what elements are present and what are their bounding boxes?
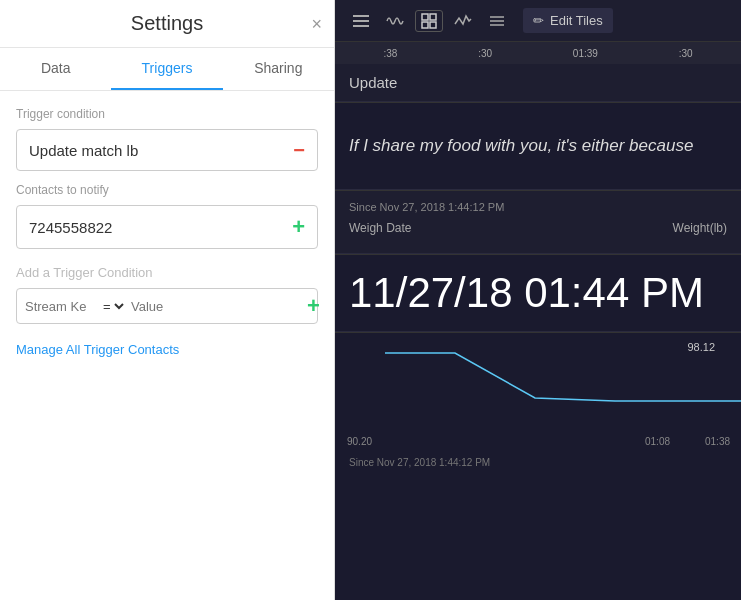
edit-tiles-label: Edit Tiles — [550, 13, 603, 28]
quote-text: If I share my food with you, it's either… — [349, 136, 693, 155]
contact-number: 7245558822 — [29, 219, 112, 236]
grid-icon[interactable] — [415, 10, 443, 32]
update-tile: Update — [335, 64, 741, 102]
chart-svg: 98.12 90.20 01:08 01:38 — [335, 333, 741, 453]
svg-rect-2 — [422, 22, 428, 28]
dashboard-panel: ✏ Edit Tiles :38 :30 01:39 :30 Update If… — [335, 0, 741, 600]
update-text: Update — [349, 74, 397, 91]
pencil-icon: ✏ — [533, 13, 544, 28]
toolbar-icons — [347, 10, 511, 32]
timeline-bar: :38 :30 01:39 :30 — [335, 42, 741, 64]
timeline-label-3: 01:39 — [573, 48, 598, 59]
col-date: Weigh Date — [349, 221, 411, 235]
add-trigger-section: Add a Trigger Condition = ≠ > < + — [16, 265, 318, 324]
svg-text:01:38: 01:38 — [705, 436, 730, 447]
chart-tile: 98.12 90.20 01:08 01:38 — [335, 333, 741, 453]
weight-value: 11/27/18 01:44 PM — [349, 269, 704, 317]
wave-icon[interactable] — [381, 10, 409, 32]
value-input[interactable] — [131, 299, 299, 314]
settings-panel: Settings × Data Triggers Sharing Trigger… — [0, 0, 335, 600]
stream-key-input[interactable] — [25, 299, 95, 314]
data-table-tile: Since Nov 27, 2018 1:44:12 PM Weigh Date… — [335, 191, 741, 254]
trigger-condition-text: Update match lb — [29, 142, 138, 159]
svg-text:98.12: 98.12 — [687, 341, 715, 353]
add-contact-button[interactable]: + — [292, 216, 305, 238]
contact-box: 7245558822 + — [16, 205, 318, 249]
add-trigger-button[interactable]: + — [307, 295, 320, 317]
trigger-condition-box: Update match lb − — [16, 129, 318, 171]
timeline-label-4: :30 — [679, 48, 693, 59]
contacts-section: Contacts to notify 7245558822 + — [16, 183, 318, 249]
tiles-area: Update If I share my food with you, it's… — [335, 64, 741, 600]
dashboard-toolbar: ✏ Edit Tiles — [335, 0, 741, 42]
tab-data[interactable]: Data — [0, 48, 111, 90]
operator-select[interactable]: = ≠ > < — [99, 298, 127, 315]
svg-text:90.20: 90.20 — [347, 436, 372, 447]
svg-rect-1 — [430, 14, 436, 20]
tab-triggers[interactable]: Triggers — [111, 48, 222, 90]
timeline-label-2: :30 — [478, 48, 492, 59]
condition-label: Trigger condition — [16, 107, 318, 121]
settings-title: Settings — [131, 12, 203, 35]
tab-sharing[interactable]: Sharing — [223, 48, 334, 90]
svg-rect-7 — [335, 333, 741, 453]
remove-condition-button[interactable]: − — [293, 140, 305, 160]
svg-rect-3 — [430, 22, 436, 28]
timeline-labels: :38 :30 01:39 :30 — [343, 48, 733, 59]
chart-container: 98.12 90.20 01:08 01:38 — [335, 333, 741, 452]
since-label: Since Nov 27, 2018 1:44:12 PM — [349, 201, 727, 213]
weight-display-tile: 11/27/18 01:44 PM — [335, 255, 741, 332]
activity-icon[interactable] — [449, 10, 477, 32]
since-bottom-label: Since Nov 27, 2018 1:44:12 PM — [335, 453, 741, 472]
close-button[interactable]: × — [311, 15, 322, 33]
table-header: Weigh Date Weight(lb) — [349, 221, 727, 239]
timeline-label-1: :38 — [383, 48, 397, 59]
list-icon[interactable] — [483, 10, 511, 32]
tabs-bar: Data Triggers Sharing — [0, 48, 334, 91]
quote-tile: If I share my food with you, it's either… — [335, 103, 741, 190]
edit-tiles-button[interactable]: ✏ Edit Tiles — [523, 8, 613, 33]
add-trigger-row: = ≠ > < + — [16, 288, 318, 324]
manage-contacts-link[interactable]: Manage All Trigger Contacts — [16, 342, 179, 357]
col-weight: Weight(lb) — [673, 221, 727, 235]
triggers-content: Trigger condition Update match lb − Cont… — [0, 91, 334, 600]
settings-header: Settings × — [0, 0, 334, 48]
svg-text:01:08: 01:08 — [645, 436, 670, 447]
menu-icon[interactable] — [347, 10, 375, 32]
add-trigger-label: Add a Trigger Condition — [16, 265, 318, 280]
contacts-label: Contacts to notify — [16, 183, 318, 197]
svg-rect-0 — [422, 14, 428, 20]
